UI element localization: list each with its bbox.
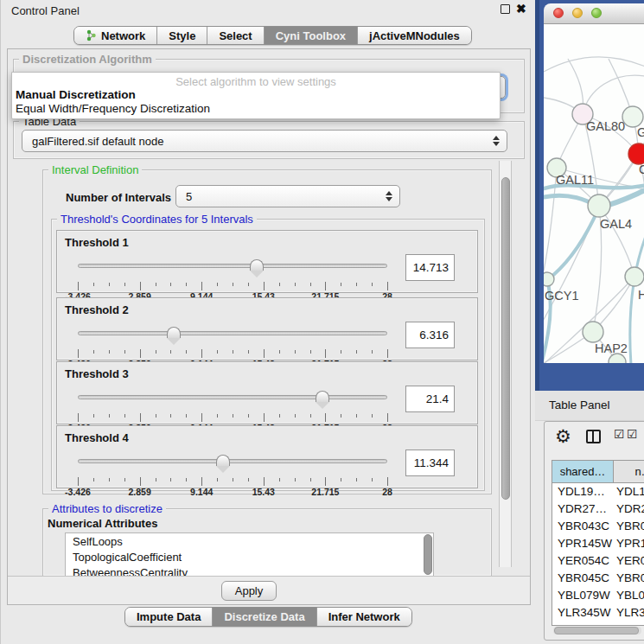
attribute-item-topologicalcoefficient[interactable]: TopologicalCoefficient	[66, 549, 433, 564]
tab-cyni-toolbox[interactable]: Cyni Toolbox	[264, 27, 357, 44]
apply-button[interactable]: Apply	[221, 581, 277, 601]
numerical-attributes-label: Numerical Attributes	[48, 517, 157, 530]
threshold-value-field[interactable]: 21.4	[405, 386, 455, 412]
tab-network[interactable]: Network	[74, 27, 156, 44]
network-node-ga[interactable]	[622, 106, 643, 127]
subtab-impute-data[interactable]: Impute Data	[125, 608, 212, 626]
algorithm-option-manual-discretization[interactable]: Manual Discretization	[16, 88, 136, 101]
tab-label: Style	[169, 29, 195, 42]
table-row[interactable]: YBR045CYBR0	[552, 570, 644, 587]
slider-ticks	[78, 282, 387, 291]
slider-thumb[interactable]	[250, 259, 264, 271]
mac-minimize-button[interactable]	[572, 8, 583, 18]
threshold-value-field[interactable]: 14.713	[405, 254, 455, 281]
table-row[interactable]: YLR345WYLR3	[552, 604, 644, 622]
network-node-c[interactable]	[628, 143, 644, 164]
network-canvas[interactable]: GAL80GACGAL11GAL4HGCY1HAP2	[544, 24, 644, 363]
table-hscrollbar[interactable]	[553, 627, 641, 634]
threshold-slider[interactable]	[78, 259, 387, 280]
content-scrollbar[interactable]	[499, 161, 512, 567]
slider-tick	[124, 283, 125, 286]
slider-tick	[93, 350, 94, 354]
network-node-gal4[interactable]	[588, 194, 610, 217]
column-header-shared-name[interactable]: shared…	[552, 461, 614, 483]
group-title-interval-definition: Interval Definition	[48, 163, 142, 176]
content-scrollbar-thumb[interactable]	[501, 177, 510, 500]
column-header-name[interactable]: n…	[614, 461, 644, 483]
network-graph: GAL80GACGAL11GAL4HGCY1HAP2	[544, 24, 644, 363]
table-row[interactable]: YIL052CYIL0	[552, 622, 644, 626]
tab-jactivemnodules[interactable]: jActiveMNodules	[357, 27, 471, 44]
slider-tick	[170, 414, 171, 418]
slider-tick	[201, 413, 202, 422]
slider-tick	[109, 283, 110, 286]
threshold-3-box: Threshold 3 -3.4262.8599.14415.4321.7152…	[56, 361, 478, 424]
table-panel: ⚙ ☑ ☑ shared… n… YDL19…YDL1YDR27…YDR2YBR…	[544, 421, 644, 641]
close-icon[interactable]: ✖	[516, 2, 526, 16]
threshold-slider[interactable]	[78, 455, 387, 475]
slider-track[interactable]	[78, 395, 387, 399]
table-row[interactable]: YER054CYER0	[552, 552, 644, 570]
table-row[interactable]: YBR043CYBR0	[552, 518, 644, 535]
threshold-slider[interactable]	[78, 391, 387, 411]
network-node-label: H	[638, 288, 644, 302]
slider-tick	[217, 478, 218, 481]
threshold-slider[interactable]	[78, 327, 387, 348]
slider-tick	[201, 477, 202, 486]
column-layout-icon[interactable]	[586, 430, 601, 443]
threshold-value-field[interactable]: 6.316	[405, 322, 455, 348]
checkbox-icon[interactable]: ☑	[614, 427, 625, 441]
attribute-item-selfloops[interactable]: SelfLoops	[66, 533, 433, 549]
table-hscrollbar-thumb[interactable]	[554, 627, 639, 634]
slider-tick	[186, 478, 187, 481]
network-node-gcy1[interactable]	[544, 272, 554, 286]
slider-tick	[264, 349, 265, 358]
slider-track[interactable]	[78, 459, 387, 463]
network-node-label: GCY1	[545, 289, 579, 303]
slider-track[interactable]	[78, 331, 387, 335]
control-panel: Control Panel ✖ NetworkStyleSelectCyni T…	[1, 0, 535, 644]
checkbox-icon[interactable]: ☑	[627, 427, 638, 441]
network-node-label: GA	[637, 125, 644, 139]
attributes-scrollbar-thumb[interactable]	[424, 534, 432, 575]
threshold-value-field[interactable]: 11.344	[405, 450, 455, 476]
table-row[interactable]: YBL079WYBL0	[552, 587, 644, 604]
slider-tick	[295, 350, 296, 354]
subtab-infer-network[interactable]: Infer Network	[316, 608, 411, 626]
slider-tick	[78, 413, 79, 422]
slider-tick	[341, 478, 341, 481]
subtab-discretize-data[interactable]: Discretize Data	[212, 608, 316, 626]
slider-tick	[248, 283, 249, 286]
tab-style[interactable]: Style	[156, 27, 207, 44]
table-header-row: shared… n…	[552, 461, 644, 483]
slider-tick	[264, 282, 265, 290]
network-node-h[interactable]	[625, 267, 644, 286]
slider-tick	[295, 414, 296, 418]
slider-tick	[217, 414, 218, 418]
network-node-label: GAL11	[556, 173, 594, 187]
slider-thumb[interactable]	[216, 455, 230, 466]
mac-zoom-button[interactable]	[591, 8, 602, 18]
slider-tick	[201, 282, 202, 290]
slider-thumb[interactable]	[316, 391, 329, 402]
cell-name: YER0	[616, 552, 644, 570]
slider-tick	[156, 350, 156, 354]
tab-select[interactable]: Select	[207, 27, 263, 44]
algorithm-popup-hint: Select algorithm to view settings	[12, 75, 500, 88]
float-panel-icon[interactable]	[501, 4, 510, 14]
attribute-item-betweennesscentrality[interactable]: BetweennessCentrality	[66, 564, 433, 577]
slider-axis-labels: -3.4262.8599.14415.4321.71528	[78, 487, 387, 497]
network-node-hap2[interactable]	[583, 322, 603, 342]
algorithm-option-equal-width-frequency-discretization[interactable]: Equal Width/Frequency Discretization	[16, 102, 210, 115]
numerical-attributes-list[interactable]: SelfLoopsTopologicalCoefficientBetweenne…	[65, 532, 434, 577]
table-row[interactable]: YPR145WYPR1	[552, 535, 644, 552]
slider-track[interactable]	[78, 264, 387, 268]
table-row[interactable]: YDR27…YDR2	[552, 501, 644, 518]
slider-thumb[interactable]	[167, 327, 181, 338]
slider-tick	[264, 413, 265, 422]
mac-close-button[interactable]	[553, 8, 564, 18]
number-of-intervals-spinner[interactable]: 5	[175, 185, 400, 207]
table-data-combobox[interactable]: galFiltered.sif default node	[22, 130, 507, 152]
table-row[interactable]: YDL19…YDL1	[552, 483, 644, 501]
gear-icon[interactable]: ⚙	[555, 427, 571, 445]
